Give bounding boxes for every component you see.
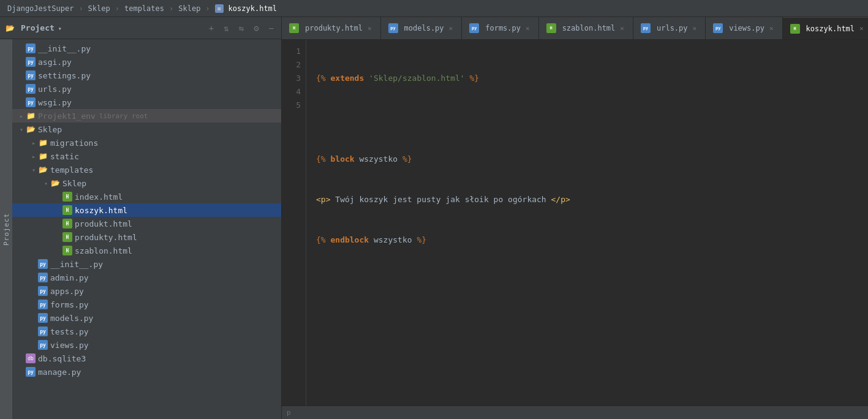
sidebar-header: Project + ⇅ ⇆ ⚙ − — [0, 17, 281, 39]
code-line-3: {% block wszystko %} — [316, 153, 858, 166]
tree-item-admin[interactable]: py admin.py — [12, 271, 281, 284]
tree-item-szablon-html[interactable]: H szablon.html — [12, 244, 281, 257]
tree-item-projekt1env[interactable]: Projekt1_env library root — [12, 109, 281, 123]
tab-forms-py[interactable]: py forms.py × — [462, 17, 538, 39]
sidebar-content: Project py __init__.py py asgi.py p — [0, 39, 281, 419]
html-icon-tab-koszyk: H — [790, 24, 800, 34]
tab-close-produkty-html[interactable]: × — [366, 24, 373, 33]
tree-item-init-root[interactable]: py __init__.py — [12, 42, 281, 55]
tab-urls-py[interactable]: py urls.py × — [633, 17, 706, 39]
arrow-wsgi — [17, 98, 26, 107]
tab-close-views-py[interactable]: × — [768, 24, 775, 33]
tree-item-forms[interactable]: py forms.py — [12, 298, 281, 311]
file-tree: py __init__.py py asgi.py py settings.py — [12, 39, 281, 419]
html-icon-koszyk: H — [62, 205, 72, 215]
arrow-apps — [29, 287, 38, 295]
expand-all-button[interactable]: ⇅ — [221, 22, 231, 34]
code-editor[interactable]: 1 2 3 4 5 {% extends 'Sklep/szablon.html… — [282, 40, 868, 406]
tree-item-asgi[interactable]: py asgi.py — [12, 55, 281, 69]
tree-item-models[interactable]: py models.py — [12, 311, 281, 325]
settings-button[interactable]: ⚙ — [251, 22, 261, 34]
folder-icon-projekt1env — [26, 111, 36, 121]
label-sklep-sub: Sklep — [62, 179, 86, 188]
tab-koszyk-html[interactable]: H koszyk.html × — [783, 17, 868, 39]
tree-item-settings[interactable]: py settings.py — [12, 69, 281, 82]
html-icon-szablon: H — [62, 246, 72, 255]
tree-item-db-sqlite3[interactable]: db db.sqlite3 — [12, 352, 281, 365]
code-content[interactable]: {% extends 'Sklep/szablon.html' %} {% bl… — [306, 40, 868, 406]
tab-szablon-html[interactable]: H szablon.html × — [539, 17, 633, 39]
title-bar: DjangoJestSuper › Sklep › templates › Sk… — [0, 0, 868, 17]
tab-label-models-py: models.py — [404, 24, 444, 32]
tree-item-views[interactable]: py views.py — [12, 338, 281, 352]
tab-close-models-py[interactable]: × — [448, 24, 455, 33]
arrow-db-sqlite3 — [17, 354, 26, 363]
tab-label-urls-py: urls.py — [657, 24, 688, 32]
tree-item-manage[interactable]: py manage.py — [12, 365, 281, 379]
project-dropdown-icon[interactable] — [58, 23, 62, 32]
arrow-forms — [29, 300, 38, 309]
code-line-4: <p> Twój koszyk jest pusty jak słoik po … — [316, 193, 858, 206]
arrow-projekt1env — [17, 111, 26, 120]
label-sklep: Sklep — [38, 125, 62, 134]
py-icon-tests: py — [38, 327, 48, 336]
tree-item-koszyk-html[interactable]: H koszyk.html — [12, 203, 281, 217]
tabs-bar: H produkty.html × py models.py × py form… — [282, 17, 868, 40]
label-db-sqlite3: db.sqlite3 — [38, 354, 86, 363]
sidebar-header-left: Project — [5, 23, 62, 33]
tab-close-urls-py[interactable]: × — [692, 24, 698, 33]
line-numbers: 1 2 3 4 5 — [282, 40, 306, 406]
arrow-koszyk-html — [54, 206, 62, 214]
tree-item-sklep-sub[interactable]: Sklep — [12, 176, 281, 190]
arrow-sklep-sub — [42, 179, 50, 187]
tree-item-init-sklep[interactable]: py __init__.py — [12, 257, 281, 271]
label-produkt-html: produkt.html — [75, 219, 132, 228]
arrow-index-html — [54, 192, 62, 201]
py-icon-init-root: py — [26, 43, 36, 53]
arrow-settings — [17, 71, 26, 80]
tab-close-forms-py[interactable]: × — [524, 24, 531, 33]
arrow-szablon-html — [54, 246, 62, 255]
html-icon-produkt: H — [62, 219, 72, 228]
arrow-admin — [29, 273, 38, 282]
arrow-migrations — [29, 138, 38, 147]
tab-produkty-html[interactable]: H produkty.html × — [282, 17, 381, 39]
tree-item-urls-root[interactable]: py urls.py — [12, 82, 281, 96]
tree-item-produkty-html[interactable]: H produkty.html — [12, 230, 281, 244]
add-button[interactable]: + — [206, 22, 216, 34]
py-icon-tab-views: py — [713, 23, 723, 33]
minimize-button[interactable]: − — [266, 22, 276, 34]
tree-item-apps[interactable]: py apps.py — [12, 284, 281, 298]
label-koszyk-html: koszyk.html — [75, 206, 127, 215]
arrow-produkt-html — [54, 219, 62, 228]
folder-icon-migrations — [38, 138, 48, 148]
tree-item-sklep[interactable]: Sklep — [12, 123, 281, 136]
html-icon-tab-szablon: H — [546, 23, 556, 33]
tree-item-produkt-html[interactable]: H produkt.html — [12, 217, 281, 230]
tab-views-py[interactable]: py views.py × — [706, 17, 782, 39]
label-szablon-html: szablon.html — [75, 246, 132, 255]
tab-close-szablon-html[interactable]: × — [619, 24, 625, 33]
collapse-all-button[interactable]: ⇆ — [236, 22, 246, 34]
folder-icon-sklep — [26, 124, 36, 134]
tree-item-static[interactable]: static — [12, 149, 281, 163]
label-admin: admin.py — [50, 273, 89, 282]
label-asgi: asgi.py — [38, 58, 72, 67]
tree-item-templates[interactable]: templates — [12, 163, 281, 176]
tree-item-tests[interactable]: py tests.py — [12, 325, 281, 338]
breadcrumb-sklep2: Sklep — [178, 4, 200, 13]
tree-item-migrations[interactable]: migrations — [12, 136, 281, 149]
tab-label-forms-py: forms.py — [485, 24, 521, 32]
breadcrumb-active-file: koszyk.html — [228, 4, 277, 13]
label-static: static — [50, 152, 79, 161]
label-tests: tests.py — [50, 327, 89, 336]
tab-close-koszyk-html[interactable]: × — [858, 24, 865, 33]
arrow-asgi — [17, 58, 26, 66]
tab-models-py[interactable]: py models.py × — [381, 17, 462, 39]
py-icon-tab-urls: py — [641, 23, 651, 33]
breadcrumb-sep-4: › — [205, 4, 209, 13]
label-init-root: __init__.py — [38, 44, 91, 53]
tree-item-index-html[interactable]: H index.html — [12, 190, 281, 203]
sidebar-header-icons: + ⇅ ⇆ ⚙ − — [206, 22, 276, 34]
tree-item-wsgi[interactable]: py wsgi.py — [12, 96, 281, 109]
